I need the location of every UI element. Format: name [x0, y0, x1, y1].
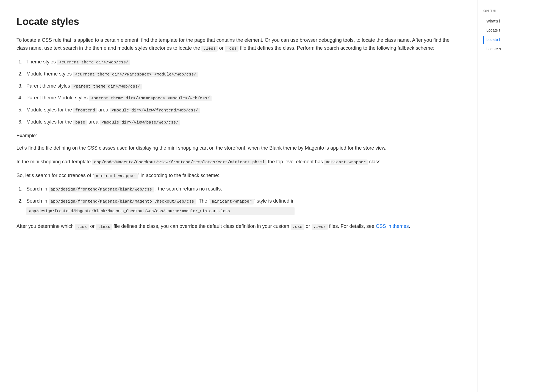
fallback-item-5: Module styles for the frontend area <mod…: [16, 106, 461, 114]
final-code-4: .less: [312, 224, 328, 230]
example-para-2-suffix2: class.: [368, 159, 382, 164]
fallback-label-5: Module styles for the frontend area <mod…: [26, 106, 200, 114]
final-code-2: .less: [96, 224, 112, 230]
fallback-code-2: <current_theme_dir>/<Namespace>_<Module>…: [73, 72, 198, 77]
final-middle: file defines the class, you can override…: [112, 223, 290, 229]
search-code-1: app/design/frontend/Magento/blank/web/cs…: [49, 187, 154, 192]
sidebar-item-locate-l[interactable]: Locate l: [483, 36, 533, 44]
intro-code-less: .less: [201, 46, 218, 52]
fallback-code-4: <parent_theme_dir>/<Namespace>_<Module>/…: [89, 96, 212, 101]
sidebar: ON THI What's i Locate t Locate l Locate…: [478, 0, 538, 392]
page-layout: Locate styles To locate a CSS rule that …: [0, 0, 538, 392]
fallback-item-2: Module theme styles <current_theme_dir>/…: [16, 70, 461, 78]
fallback-code-6b: <module_dir>/view/base/web/css/: [100, 120, 180, 125]
final-paragraph: After you determine which .css or .less …: [16, 222, 461, 231]
final-prefix: After you determine which: [16, 223, 75, 229]
final-code-3: .css: [291, 224, 304, 230]
fallback-label-1: Theme styles <current_theme_dir>/web/css…: [26, 58, 130, 66]
example-para-1: Let’s find the file defining on the CSS …: [16, 144, 461, 152]
fallback-code-3: <parent_theme_dir>/web/css/: [71, 84, 142, 89]
search-item-2: Search in app/design/frontend/Magento/bl…: [16, 197, 461, 217]
intro-suffix: file that defines the class. Perform the…: [239, 45, 434, 51]
fallback-item-6: Module styles for the base area <module_…: [16, 118, 461, 126]
example-para-2: In the mini shopping cart template app/c…: [16, 158, 461, 166]
fallback-code-5a: frontend: [73, 108, 97, 113]
fallback-item-1: Theme styles <current_theme_dir>/web/css…: [16, 58, 461, 66]
search-code-2b: minicart-wrapper: [210, 199, 254, 205]
example-para-2-prefix: In the mini shopping cart template: [16, 159, 92, 164]
fallback-label-4: Parent theme Module styles <parent_theme…: [26, 94, 212, 102]
intro-or-1: or: [218, 45, 225, 51]
fallback-label-2: Module theme styles <current_theme_dir>/…: [26, 70, 198, 78]
fallback-code-6a: base: [73, 120, 87, 125]
fallback-list: Theme styles <current_theme_dir>/web/css…: [16, 58, 461, 126]
example-para-2-code: app/code/Magento/Checkout/view/frontend/…: [92, 159, 267, 165]
sidebar-item-whats[interactable]: What's i: [483, 17, 533, 26]
fallback-label-3: Parent theme styles <parent_theme_dir>/w…: [26, 82, 142, 90]
intro-paragraph: To locate a CSS rule that is applied to …: [16, 36, 461, 52]
final-end: .: [409, 223, 410, 229]
example-para-3-prefix: So, let’s search for occurrences of “: [16, 173, 94, 178]
final-or-2: or: [304, 223, 312, 229]
sidebar-item-locate-t[interactable]: Locate t: [483, 26, 533, 35]
fallback-label-6: Module styles for the base area <module_…: [26, 118, 180, 126]
final-or-1: or: [89, 223, 96, 229]
example-para-2-code2: minicart-wrapper: [324, 159, 368, 165]
example-para-3-code: minicart-wrapper: [94, 173, 138, 179]
final-suffix: files. For details, see: [328, 223, 376, 229]
search-code-2c: app/design/frontend/Magento/blank/Magent…: [26, 207, 295, 215]
main-content: Locate styles To locate a CSS rule that …: [0, 0, 478, 392]
search-list: Search in app/design/frontend/Magento/bl…: [16, 185, 461, 217]
example-para-3: So, let’s search for occurrences of “min…: [16, 172, 461, 180]
example-para-2-suffix: the top level element has: [267, 159, 324, 164]
search-item-1: Search in app/design/frontend/Magento/bl…: [16, 185, 461, 193]
search-code-2a: app/design/frontend/Magento/blank/Magent…: [49, 199, 196, 205]
sidebar-title: ON THI: [483, 8, 533, 14]
search-item-2-content: Search in app/design/frontend/Magento/bl…: [26, 197, 295, 217]
sidebar-item-locate-s[interactable]: Locate s: [483, 45, 533, 53]
css-in-themes-link[interactable]: CSS in themes: [376, 223, 409, 229]
example-label: Example:: [16, 132, 461, 140]
intro-code-css: .css: [225, 46, 239, 52]
search-item-1-content: Search in app/design/frontend/Magento/bl…: [26, 185, 222, 193]
fallback-code-1: <current_theme_dir>/web/css/: [57, 60, 130, 65]
example-para-3-suffix: ” in according to the fallback scheme:: [138, 173, 219, 178]
page-title: Locate styles: [16, 14, 461, 30]
fallback-code-5b: <module_dir>/view/frontend/web/css/: [110, 108, 200, 113]
final-code-1: .css: [75, 224, 89, 230]
fallback-item-4: Parent theme Module styles <parent_theme…: [16, 94, 461, 102]
fallback-item-3: Parent theme styles <parent_theme_dir>/w…: [16, 82, 461, 90]
